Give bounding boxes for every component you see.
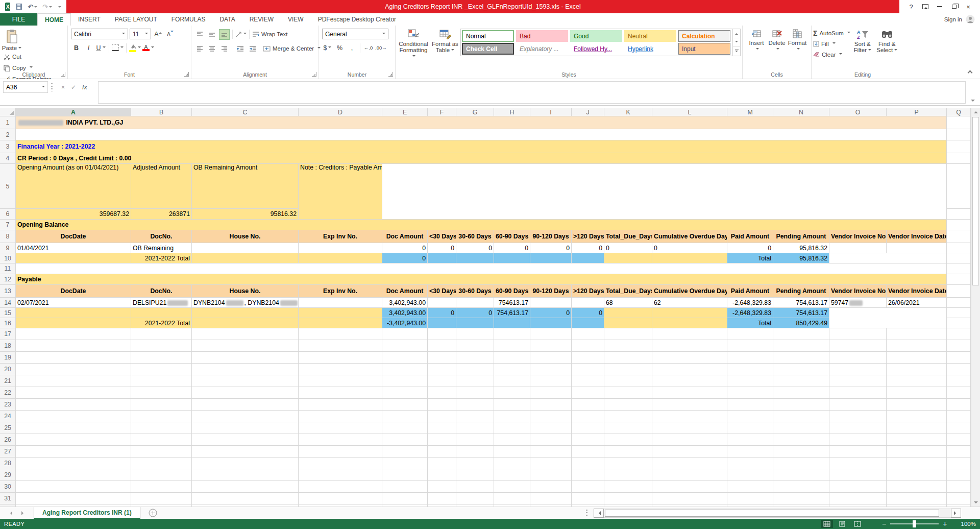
cell[interactable] bbox=[604, 318, 652, 328]
cell[interactable] bbox=[604, 399, 652, 411]
header-cell[interactable]: Exp Inv No. bbox=[299, 285, 382, 298]
cell[interactable] bbox=[947, 411, 971, 422]
cell[interactable] bbox=[947, 340, 971, 352]
cell[interactable] bbox=[773, 352, 829, 364]
formula-bar-expand-button[interactable] bbox=[971, 100, 975, 104]
cell[interactable] bbox=[16, 469, 131, 481]
cell[interactable] bbox=[887, 493, 947, 504]
cell[interactable]: 0 bbox=[428, 308, 456, 318]
cell[interactable] bbox=[773, 422, 829, 434]
cell[interactable] bbox=[494, 469, 530, 481]
format-cells-button[interactable]: Format bbox=[787, 28, 807, 52]
cell[interactable] bbox=[604, 481, 652, 493]
cell[interactable] bbox=[572, 469, 604, 481]
cell[interactable] bbox=[192, 352, 299, 364]
cell[interactable] bbox=[572, 253, 604, 263]
row-header[interactable]: 12 bbox=[0, 274, 16, 285]
tab-pdfescape[interactable]: PDFescape Desktop Creator bbox=[311, 13, 403, 26]
cell[interactable] bbox=[829, 308, 947, 328]
cell[interactable]: 0 bbox=[382, 243, 428, 253]
cell[interactable] bbox=[604, 422, 652, 434]
cell[interactable] bbox=[829, 411, 887, 422]
style-input[interactable]: Input bbox=[678, 43, 730, 55]
cell[interactable] bbox=[192, 493, 299, 504]
cell[interactable] bbox=[572, 352, 604, 364]
cell[interactable] bbox=[382, 352, 428, 364]
cell[interactable]: 3,402,943.00 bbox=[382, 298, 428, 308]
cell[interactable] bbox=[572, 298, 604, 308]
cell[interactable] bbox=[604, 446, 652, 458]
cell[interactable] bbox=[572, 318, 604, 328]
cell[interactable] bbox=[727, 340, 773, 352]
cell[interactable] bbox=[829, 493, 887, 504]
undo-button[interactable]: ↶ bbox=[28, 3, 37, 11]
cell[interactable] bbox=[428, 434, 456, 446]
cell[interactable] bbox=[604, 308, 652, 318]
cell[interactable] bbox=[727, 422, 773, 434]
cell[interactable] bbox=[604, 458, 652, 469]
row-header[interactable]: 1 bbox=[0, 116, 16, 129]
horizontal-scroll-thumb[interactable] bbox=[605, 510, 939, 517]
clipboard-dialog-launcher[interactable] bbox=[61, 72, 65, 77]
cell[interactable] bbox=[887, 340, 947, 352]
cell[interactable]: 0 bbox=[572, 243, 604, 253]
cell[interactable] bbox=[456, 387, 494, 399]
opening-amount-value[interactable]: 359687.32 bbox=[16, 209, 131, 220]
scroll-left-arrow[interactable] bbox=[594, 509, 604, 518]
cell[interactable] bbox=[428, 481, 456, 493]
help-button[interactable]: ? bbox=[906, 2, 916, 11]
row-header[interactable]: 3 bbox=[0, 140, 16, 153]
cell[interactable]: 0 bbox=[428, 243, 456, 253]
delete-cells-button[interactable]: Delete bbox=[767, 28, 787, 52]
row-header[interactable]: 2 bbox=[0, 129, 16, 140]
adjusted-amount-value[interactable]: 263871 bbox=[131, 209, 192, 220]
cell[interactable] bbox=[428, 446, 456, 458]
cell[interactable]: 0 bbox=[530, 308, 572, 318]
scroll-right-arrow[interactable] bbox=[951, 509, 961, 518]
cell[interactable] bbox=[773, 469, 829, 481]
cell[interactable] bbox=[530, 352, 572, 364]
row-header[interactable]: 9 bbox=[0, 243, 16, 253]
align-top-button[interactable] bbox=[194, 29, 205, 40]
zoom-slider[interactable] bbox=[890, 523, 939, 524]
collapse-ribbon-button[interactable] bbox=[968, 70, 973, 76]
cell[interactable] bbox=[887, 352, 947, 364]
row-header[interactable]: 20 bbox=[0, 364, 16, 375]
cell[interactable] bbox=[887, 243, 947, 253]
cell[interactable] bbox=[947, 469, 971, 481]
cell[interactable] bbox=[192, 481, 299, 493]
cell[interactable] bbox=[299, 340, 382, 352]
docno-cell[interactable]: DELSIPU21 bbox=[131, 298, 192, 308]
cell[interactable] bbox=[604, 469, 652, 481]
column-header[interactable]: C bbox=[192, 108, 299, 116]
cell[interactable] bbox=[16, 352, 131, 364]
zoom-slider-thumb[interactable] bbox=[913, 520, 916, 527]
normal-view-button[interactable] bbox=[821, 520, 833, 528]
style-followed-hyperlink[interactable]: Followed Hy... bbox=[570, 43, 622, 55]
cell[interactable] bbox=[652, 399, 727, 411]
row-header[interactable]: 7 bbox=[0, 220, 16, 230]
cell[interactable]: 0 bbox=[727, 243, 773, 253]
row-header[interactable]: 31 bbox=[0, 493, 16, 504]
cell[interactable] bbox=[192, 469, 299, 481]
cell[interactable] bbox=[572, 387, 604, 399]
cell[interactable] bbox=[382, 164, 947, 220]
cell[interactable] bbox=[428, 253, 456, 263]
cell[interactable]: 68 bbox=[604, 298, 652, 308]
cell[interactable] bbox=[530, 446, 572, 458]
cell[interactable] bbox=[192, 340, 299, 352]
cell[interactable] bbox=[727, 411, 773, 422]
header-cell[interactable]: 30-60 Days bbox=[456, 285, 494, 298]
cell[interactable] bbox=[456, 446, 494, 458]
cell[interactable] bbox=[947, 481, 971, 493]
insert-cells-button[interactable]: Insert bbox=[746, 28, 767, 52]
row-header[interactable]: 15 bbox=[0, 308, 16, 318]
cell[interactable] bbox=[572, 458, 604, 469]
cell[interactable] bbox=[652, 328, 727, 340]
cell[interactable]: 0 bbox=[382, 253, 428, 263]
cell[interactable]: 0 bbox=[494, 243, 530, 253]
cell[interactable] bbox=[192, 318, 299, 328]
cell[interactable] bbox=[299, 446, 382, 458]
cell[interactable] bbox=[428, 298, 456, 308]
cell[interactable] bbox=[530, 481, 572, 493]
